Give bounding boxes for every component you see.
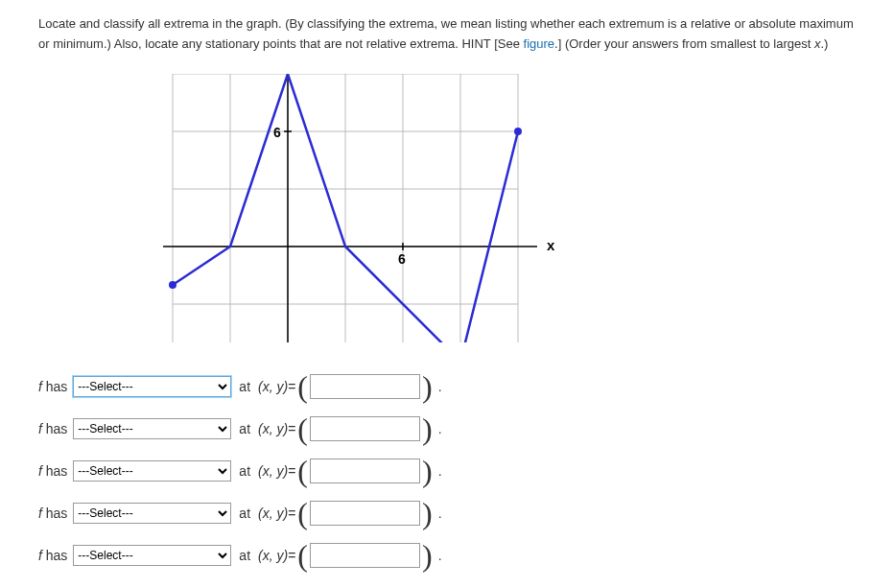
f-has-label: f has [38,463,67,479]
endpoint-right [514,128,522,135]
question-text: Locate and classify all extrema in the g… [38,14,856,55]
x-axis-label: x [547,237,555,253]
coordinate-input[interactable] [310,374,420,399]
left-paren: ( [297,461,308,481]
right-paren: ) [422,377,433,396]
period: . [438,421,442,436]
left-paren: ( [297,504,308,523]
question-part4: .) [821,36,829,51]
answer-row: f has ---Select--- at (x, y) = (). [38,416,856,441]
equals-label: = [288,421,295,436]
xy-label: (x, y) [258,379,288,394]
xy-label: (x, y) [258,463,288,479]
equals-label: = [288,379,295,394]
at-label: at [239,506,250,521]
f-has-label: f has [38,548,67,563]
coordinate-input[interactable] [310,416,420,441]
xy-label: (x, y) [258,421,288,436]
extremum-type-select[interactable]: ---Select--- [73,376,231,397]
f-has-label: f has [38,421,67,436]
period: . [438,463,442,479]
coordinate-input[interactable] [310,459,420,483]
grid-lines [173,74,518,342]
at-label: at [239,463,250,479]
period: . [438,548,442,563]
coordinate-input[interactable] [310,543,420,568]
equals-label: = [288,548,295,563]
x-tick-6: 6 [398,251,406,267]
answer-row: f has ---Select--- at (x, y) = (). [38,543,856,568]
extremum-type-select[interactable]: ---Select--- [73,460,231,482]
answer-rows: f has ---Select--- at (x, y) = ().f has … [38,374,856,568]
right-paren: ) [422,419,433,438]
question-part2: .] (Order your answers from smallest to … [554,36,814,51]
right-paren: ) [422,546,433,565]
left-paren: ( [297,377,308,396]
answer-row: f has ---Select--- at (x, y) = (). [38,459,856,483]
graph: 6 6 x y [153,74,856,345]
right-paren: ) [422,461,433,481]
graph-svg: 6 6 x y [153,74,556,342]
period: . [438,379,442,394]
answer-row: f has ---Select--- at (x, y) = (). [38,374,856,399]
at-label: at [239,421,250,436]
right-paren: ) [422,504,433,523]
figure-link[interactable]: figure [524,36,555,51]
extremum-type-select[interactable]: ---Select--- [73,418,231,439]
at-label: at [239,548,250,563]
axes [163,74,537,342]
xy-label: (x, y) [258,506,288,521]
period: . [438,506,442,521]
extremum-type-select[interactable]: ---Select--- [73,503,231,524]
left-paren: ( [297,419,308,438]
f-has-label: f has [38,506,67,521]
xy-label: (x, y) [258,548,288,563]
extremum-type-select[interactable]: ---Select--- [73,545,231,566]
at-label: at [239,379,250,394]
equals-label: = [288,506,295,521]
f-has-label: f has [38,379,67,394]
coordinate-input[interactable] [310,501,420,526]
y-tick-6: 6 [273,125,281,140]
left-paren: ( [297,546,308,565]
endpoint-left [169,281,176,289]
equals-label: = [288,463,295,479]
answer-row: f has ---Select--- at (x, y) = (). [38,501,856,526]
